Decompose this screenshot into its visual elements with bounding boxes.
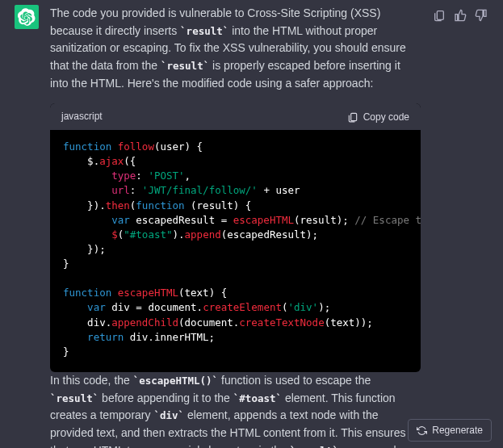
inline-code: result (50, 392, 99, 404)
inline-code: result (161, 60, 209, 72)
code-content: function follow(user) { $.ajax({ type: '… (50, 130, 421, 372)
refresh-icon (417, 425, 427, 436)
inline-code: result (180, 25, 228, 37)
inline-code: #toast (233, 392, 282, 404)
dislike-button[interactable] (474, 8, 488, 23)
explanation-paragraph-2: In this code, the escapeHTML() function … (50, 372, 421, 448)
thumbs-up-icon (454, 9, 467, 22)
inline-code: result (290, 445, 338, 448)
thumbs-down-icon (475, 9, 488, 22)
clipboard-icon (433, 9, 446, 22)
inline-code: div (153, 409, 184, 421)
assistant-avatar (15, 5, 39, 29)
svg-rect-1 (437, 11, 443, 20)
explanation-paragraph-1: The code you provided is vulnerable to C… (50, 5, 421, 92)
like-button[interactable] (453, 8, 467, 23)
message-content: The code you provided is vulnerable to C… (50, 5, 421, 448)
openai-logo-icon (18, 8, 36, 26)
copy-message-button[interactable] (432, 8, 446, 23)
svg-rect-0 (350, 113, 356, 120)
copy-code-button[interactable]: Copy code (347, 111, 409, 123)
code-language-label: javascript (61, 109, 103, 124)
code-block: javascript Copy code function follow(use… (50, 103, 421, 371)
prose-block: The code you provided is vulnerable to C… (50, 5, 421, 448)
message-actions (432, 5, 488, 448)
regenerate-button[interactable]: Regenerate (408, 419, 492, 442)
code-header: javascript Copy code (50, 103, 421, 130)
assistant-message: The code you provided is vulnerable to C… (0, 0, 503, 448)
inline-code: escapeHTML() (133, 375, 218, 387)
clipboard-icon (347, 111, 358, 123)
